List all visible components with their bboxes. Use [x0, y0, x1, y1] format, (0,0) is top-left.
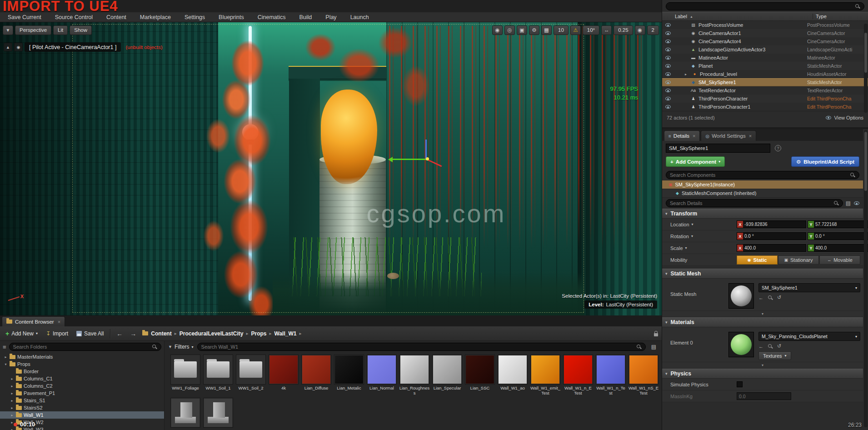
column-label[interactable]: Label ▲ — [662, 14, 813, 19]
asset-tile[interactable]: Lian_Specular — [432, 355, 463, 396]
camera-pilot-icon[interactable]: ◉ — [14, 43, 23, 51]
folder-tree-item-stairs_s1[interactable]: ▸Stairs_S1 — [0, 397, 164, 404]
section-physics[interactable]: ▾ Physics — [662, 369, 863, 379]
outliner-search-box[interactable] — [666, 2, 864, 10]
asset-tile[interactable]: WW1_Soil_1 — [203, 355, 234, 396]
breadcrumb-arrow-icon[interactable]: ▸ — [299, 331, 301, 336]
use-selected-asset-icon[interactable]: ← — [758, 295, 763, 300]
outliner-row[interactable]: ◆SM_SkySphere1StaticMeshActor — [662, 78, 868, 86]
chevron-down-icon[interactable]: ▾ — [685, 246, 687, 250]
use-selected-asset-icon[interactable]: ← — [758, 344, 763, 349]
forward-arrow-icon[interactable]: → — [129, 330, 138, 337]
close-icon[interactable]: × — [693, 133, 695, 139]
folder-tree-item-wall_w1[interactable]: ▸Wall_W1 — [0, 411, 164, 419]
actor-type[interactable]: Edit ThirdPersonCha — [807, 104, 863, 110]
grid-snap-value[interactable]: 10 — [554, 25, 569, 35]
visibility-toggle[interactable] — [662, 56, 674, 60]
expand-arrow-icon[interactable]: ▸ — [10, 428, 14, 430]
tab-content-browser[interactable]: Content Browser × — [2, 316, 65, 326]
rotation-y-field[interactable]: Y — [808, 232, 868, 240]
expand-advanced-button[interactable]: ▾ — [662, 311, 863, 317]
outliner-row[interactable]: ▸●Procedural_levelHoudiniAssetActor — [662, 70, 868, 78]
scrollbar-thumb[interactable] — [864, 33, 867, 73]
search-components-input[interactable] — [670, 172, 850, 178]
asset-tile[interactable]: Lian_Diffuse — [301, 355, 332, 396]
screenshot-icon[interactable]: ▣ — [517, 25, 527, 35]
perspective-button[interactable]: Perspective — [15, 25, 51, 35]
property-matrix-icon[interactable]: ▤ — [846, 200, 851, 206]
mobility-movable-button[interactable]: ↔ Movable — [819, 255, 860, 265]
view-mode-lit-button[interactable]: Lit — [53, 25, 68, 35]
asset-tile[interactable] — [203, 398, 234, 428]
breadcrumb-arrow-icon[interactable]: ▸ — [246, 331, 248, 336]
visibility-toggle[interactable] — [662, 72, 674, 76]
visibility-toggle[interactable] — [662, 40, 674, 43]
menu-item-cinematics[interactable]: Cinematics — [251, 12, 293, 22]
view-options-icon[interactable]: ▤ — [649, 344, 658, 350]
breadcrumb-item[interactable]: Wall_W1 — [274, 330, 297, 337]
expand-advanced-button[interactable]: ▾ — [662, 362, 863, 369]
breadcrumb-item[interactable]: Content — [151, 330, 171, 337]
outliner-scrollbar[interactable] — [864, 24, 868, 113]
visibility-toggle[interactable] — [662, 97, 674, 100]
search-folders-box[interactable] — [9, 343, 161, 351]
asset-tile[interactable]: 4k — [268, 355, 299, 396]
help-icon[interactable]: ? — [775, 145, 781, 151]
blueprint-add-script-button[interactable]: ⚙ Blueprint/Add Script — [791, 156, 859, 167]
folder-tree-item-mastermaterials[interactable]: ▸MasterMaterials — [0, 353, 164, 360]
location-y-field[interactable]: Y — [808, 220, 868, 228]
camera-speed-icon[interactable]: ◉ — [635, 25, 645, 35]
section-transform[interactable]: ▾ Transform — [662, 209, 863, 219]
gizmo-origin[interactable] — [426, 157, 429, 160]
asset-tile[interactable]: Wall_W1_ao — [497, 355, 528, 396]
asset-tile[interactable]: Lian_Normal — [366, 355, 397, 396]
browse-to-asset-icon[interactable] — [768, 344, 773, 349]
save-all-button[interactable]: Save All — [75, 329, 105, 338]
camera-speed-value[interactable]: 2 — [647, 25, 659, 35]
outliner-row[interactable]: ◉CineCameraActor4CineCameraActor — [662, 37, 868, 45]
visibility-toggle[interactable] — [662, 89, 674, 92]
search-folders-input[interactable] — [13, 344, 152, 350]
location-x-field[interactable]: X — [737, 220, 806, 228]
mobility-stationary-button[interactable]: ▣ Stationary — [778, 255, 819, 265]
rotation-snap-value[interactable]: 10° — [583, 25, 599, 35]
asset-tile[interactable]: Lian_SSC — [464, 355, 495, 396]
search-assets-input[interactable] — [201, 344, 636, 350]
expand-arrow-icon[interactable]: ▸ — [10, 406, 14, 410]
back-arrow-icon[interactable]: ← — [115, 330, 124, 337]
search-assets-box[interactable] — [197, 343, 646, 351]
asset-tile[interactable]: WW1_Foliage — [170, 355, 201, 396]
asset-tile[interactable]: Wall_W1_n_Test — [595, 355, 626, 396]
realtime-globe-icon[interactable]: ◎ — [504, 25, 515, 35]
asset-tile[interactable]: Lian_Metalic — [334, 355, 364, 396]
outliner-row[interactable]: ▧PostProcessVolumePostProcessVolume — [662, 21, 868, 29]
material-select[interactable]: M_Sky_Panning_CloudsPlanet ▾ — [758, 332, 860, 341]
gamepad-icon[interactable]: ◉ — [492, 25, 503, 35]
folder-tree-item-pavement_p1[interactable]: ▸Pavement_P1 — [0, 390, 164, 397]
asset-tile[interactable] — [170, 398, 201, 428]
asset-tile[interactable]: Wall_W1_n_E Test — [563, 355, 594, 396]
mobility-static-button[interactable]: ◉ Static — [737, 255, 778, 265]
show-button[interactable]: Show — [70, 25, 92, 35]
breadcrumb-item[interactable]: ProceduralLevelLastCity — [180, 330, 244, 337]
expand-arrow-icon[interactable]: ▸ — [10, 384, 14, 388]
static-mesh-select[interactable]: SM_SkySphere1 ▾ — [758, 283, 860, 292]
breadcrumb-arrow-icon[interactable]: ▸ — [175, 331, 177, 336]
scale-snap-value[interactable]: 0.25 — [614, 25, 633, 35]
static-mesh-thumbnail[interactable] — [728, 283, 754, 309]
actor-name-field[interactable] — [666, 144, 770, 153]
menu-item-marketplace[interactable]: Marketplace — [133, 12, 178, 22]
asset-tile[interactable]: Wall_W1_emit_Test — [530, 355, 561, 396]
translate-gizmo-z-axis[interactable] — [425, 140, 427, 160]
viewport-options-button[interactable]: ▾ — [3, 25, 13, 35]
outliner-row[interactable]: ◆PlanetStaticMeshActor — [662, 62, 868, 70]
material-thumbnail[interactable] — [728, 332, 754, 357]
rotation-x-field[interactable]: X — [737, 232, 806, 240]
browse-to-asset-icon[interactable] — [768, 295, 773, 300]
outliner-search-input[interactable] — [670, 4, 855, 9]
expand-arrow-icon[interactable]: ▸ — [4, 355, 8, 359]
expand-arrow-icon[interactable]: ▸ — [10, 377, 14, 381]
section-static-mesh[interactable]: ▾ Static Mesh — [662, 269, 863, 279]
menu-item-settings[interactable]: Settings — [178, 12, 212, 22]
eject-pilot-icon[interactable]: ▲ — [4, 43, 12, 51]
